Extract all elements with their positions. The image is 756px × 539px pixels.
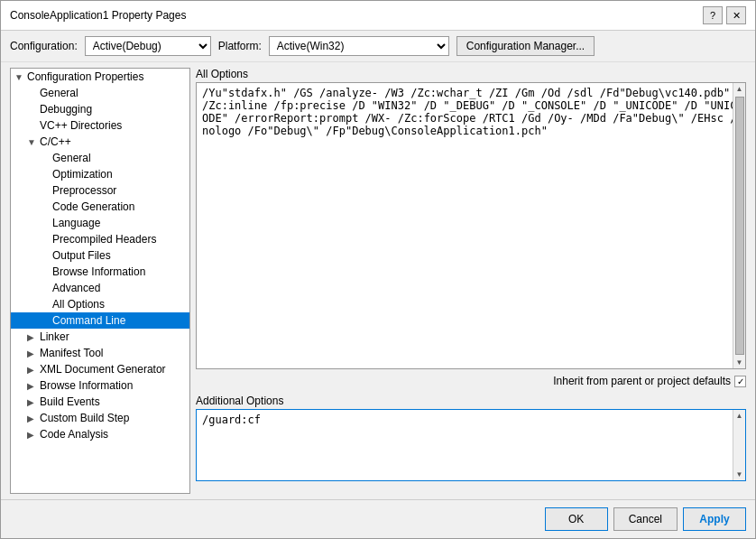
inherit-row: Inherit from parent or project defaults (196, 375, 746, 387)
tree-arrow-custom-build-step (27, 414, 40, 423)
apply-button[interactable]: Apply (683, 507, 746, 531)
scroll-thumb[interactable] (735, 97, 744, 355)
tree-label-output-files: Output Files (52, 249, 111, 262)
tree-item-vc-directories[interactable]: VC++ Directories (11, 117, 189, 134)
all-options-content: /Yu"stdafx.h" /GS /analyze- /W3 /Zc:wcha… (197, 83, 745, 141)
title-bar-controls: ? ✕ (703, 6, 746, 24)
tree-item-precompiled-headers[interactable]: Precompiled Headers (11, 231, 189, 247)
additional-options-scrollbar[interactable]: ▲ ▼ (733, 410, 745, 480)
tree-item-all-options[interactable]: All Options (11, 296, 189, 312)
tree-item-linker[interactable]: Linker (11, 329, 189, 345)
tree-item-cpp-general[interactable]: General (11, 150, 189, 166)
bottom-bar: OK Cancel Apply (1, 499, 755, 538)
tree-arrow-browse-information (27, 381, 40, 391)
ok-button[interactable]: OK (545, 507, 608, 531)
scroll-up2-icon[interactable]: ▲ (734, 410, 745, 422)
configuration-manager-button[interactable]: Configuration Manager... (456, 36, 595, 56)
tree-item-manifest-tool[interactable]: Manifest Tool (11, 345, 189, 361)
tree-item-debugging[interactable]: Debugging (11, 101, 189, 117)
tree-label-xml-document: XML Document Generator (40, 363, 166, 376)
tree-arrow-code-analysis (27, 430, 40, 440)
right-panel: All Options /Yu"stdafx.h" /GS /analyze- … (196, 68, 746, 494)
tree-item-xml-document[interactable]: XML Document Generator (11, 361, 189, 377)
config-row: Configuration: Active(Debug) Platform: A… (1, 31, 755, 62)
dialog-title: ConsoleApplication1 Property Pages (10, 9, 186, 22)
tree-label-advanced: Advanced (52, 282, 100, 294)
tree-item-cpp[interactable]: C/C++ (11, 134, 189, 150)
tree-label-language: Language (52, 217, 100, 229)
inherit-label: Inherit from parent or project defaults (553, 375, 731, 387)
all-options-container[interactable]: /Yu"stdafx.h" /GS /analyze- /W3 /Zc:wcha… (196, 82, 746, 369)
main-area: Configuration PropertiesGeneralDebugging… (1, 62, 755, 499)
tree-item-code-generation[interactable]: Code Generation (11, 199, 189, 215)
scroll-down-icon[interactable]: ▼ (734, 357, 745, 368)
inherit-checkbox[interactable] (734, 376, 746, 387)
tree-item-advanced[interactable]: Advanced (11, 280, 189, 296)
tree-arrow-cpp (27, 137, 40, 147)
tree-item-config-properties[interactable]: Configuration Properties (11, 69, 189, 85)
tree-label-cpp: C/C++ (40, 135, 71, 148)
tree-label-browse-information-sub: Browse Information (52, 265, 145, 278)
close-button[interactable]: ✕ (726, 6, 746, 24)
tree-label-manifest-tool: Manifest Tool (40, 347, 103, 359)
tree-item-command-line[interactable]: Command Line (11, 312, 189, 329)
scroll-down2-icon[interactable]: ▼ (734, 469, 745, 480)
tree-label-linker: Linker (40, 330, 69, 343)
tree-item-custom-build-step[interactable]: Custom Build Step (11, 410, 189, 426)
configuration-label: Configuration: (10, 40, 78, 52)
tree-item-language[interactable]: Language (11, 215, 189, 231)
tree-label-build-events: Build Events (40, 395, 100, 408)
additional-options-label: Additional Options (196, 395, 746, 407)
tree-label-general: General (40, 87, 78, 99)
tree-item-build-events[interactable]: Build Events (11, 394, 189, 410)
title-bar: ConsoleApplication1 Property Pages ? ✕ (1, 1, 755, 31)
additional-options-box[interactable]: /guard:cf ▲ ▼ (196, 409, 746, 481)
tree-label-precompiled-headers: Precompiled Headers (52, 233, 156, 246)
tree-arrow-xml-document (27, 365, 40, 375)
tree-label-browse-information: Browse Information (40, 379, 133, 392)
tree-arrow-manifest-tool (27, 348, 40, 358)
scroll-up-icon[interactable]: ▲ (734, 83, 745, 95)
tree-item-output-files[interactable]: Output Files (11, 247, 189, 264)
tree-arrow-config-properties (14, 72, 27, 82)
all-options-label: All Options (196, 68, 746, 80)
tree-arrow-build-events (27, 397, 40, 407)
tree-label-all-options: All Options (52, 298, 105, 311)
tree-label-code-generation: Code Generation (52, 200, 134, 213)
property-pages-dialog: ConsoleApplication1 Property Pages ? ✕ C… (0, 0, 756, 539)
tree-label-preprocessor: Preprocessor (52, 184, 116, 197)
tree-label-command-line: Command Line (52, 314, 125, 327)
tree-item-optimization[interactable]: Optimization (11, 166, 189, 182)
tree-label-cpp-general: General (52, 152, 91, 164)
tree-arrow-linker (27, 332, 40, 342)
tree-item-code-analysis[interactable]: Code Analysis (11, 426, 189, 442)
tree-label-debugging: Debugging (40, 103, 92, 116)
tree-label-vc-directories: VC++ Directories (40, 119, 122, 132)
cancel-button[interactable]: Cancel (613, 507, 678, 531)
tree-label-custom-build-step: Custom Build Step (40, 412, 129, 424)
platform-label: Platform: (218, 40, 262, 52)
tree-panel: Configuration PropertiesGeneralDebugging… (10, 68, 190, 494)
platform-select[interactable]: Active(Win32) (269, 36, 449, 56)
help-button[interactable]: ? (703, 6, 723, 24)
tree-item-browse-information[interactable]: Browse Information (11, 377, 189, 394)
tree-label-code-analysis: Code Analysis (40, 428, 108, 441)
configuration-select[interactable]: Active(Debug) (85, 36, 211, 56)
all-options-section: All Options /Yu"stdafx.h" /GS /analyze- … (196, 68, 746, 369)
tree-label-optimization: Optimization (52, 168, 113, 181)
tree-item-browse-information-sub[interactable]: Browse Information (11, 264, 189, 280)
tree-item-preprocessor[interactable]: Preprocessor (11, 182, 189, 199)
tree-label-config-properties: Configuration Properties (27, 70, 143, 83)
additional-options-section: Additional Options /guard:cf ▲ ▼ (196, 395, 746, 494)
additional-options-content: /guard:cf (197, 410, 745, 430)
tree-item-general[interactable]: General (11, 85, 189, 101)
all-options-scrollbar[interactable]: ▲ ▼ (733, 83, 745, 368)
